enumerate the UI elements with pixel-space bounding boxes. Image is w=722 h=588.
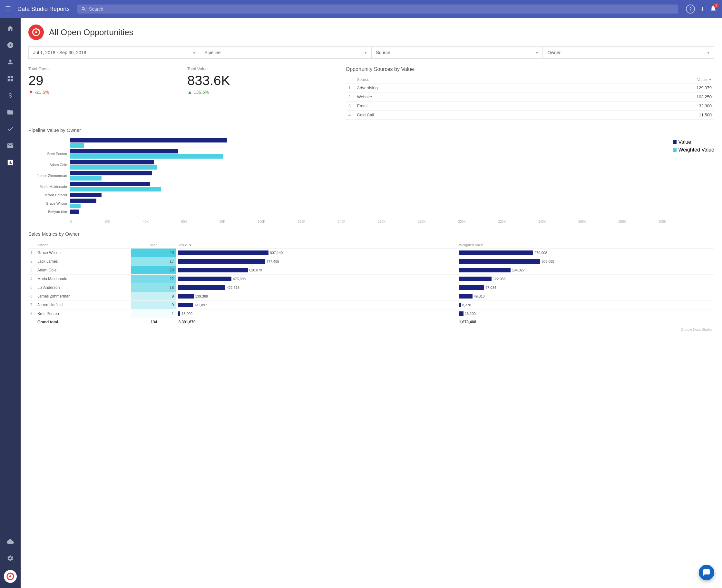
total-value-label: Total Value — [187, 66, 320, 71]
total-open-change: ▼ -21.6% — [28, 89, 161, 95]
up-arrow-icon: ▲ — [187, 89, 192, 95]
sidebar-item-home[interactable] — [3, 21, 18, 36]
value-bar — [178, 311, 180, 316]
stats-section: Total Open 29 ▼ -21.6% Total Value 833.6… — [28, 66, 336, 120]
sidebar-item-settings[interactable] — [3, 551, 18, 566]
page-icon — [28, 24, 44, 40]
sidebar-item-check[interactable] — [3, 121, 18, 137]
add-button[interactable]: + — [700, 4, 705, 14]
stat-total-open: Total Open 29 ▼ -21.6% — [28, 66, 169, 102]
sidebar-item-dollar[interactable] — [3, 88, 18, 103]
pipeline-bar-row — [28, 138, 666, 148]
search-bar — [77, 4, 678, 14]
pipeline-bar-row: Grace Wilson — [28, 198, 666, 208]
sidebar-item-reports[interactable] — [3, 155, 18, 170]
dark-bar — [70, 138, 227, 143]
value-bar — [178, 277, 231, 281]
sidebar-bottom — [3, 534, 18, 585]
menu-icon[interactable]: ☰ — [5, 5, 11, 13]
bar-label: James Zimmerman — [28, 174, 70, 177]
sidebar-logo — [4, 570, 17, 583]
top-section: Total Open 29 ▼ -21.6% Total Value 833.6… — [28, 66, 714, 120]
col-won: Won — [131, 242, 176, 249]
legend-value-label: Value — [679, 139, 692, 145]
filter-date[interactable]: Jul 1, 2018 - Sep 30, 2018 ▾ — [29, 47, 200, 58]
source-row: 3.Email32,000 — [346, 102, 714, 110]
filter-source[interactable]: Source ▾ — [371, 47, 543, 58]
filter-owner[interactable]: Owner ▾ — [543, 47, 714, 58]
sales-row: 6. James Zimmerman 9 139,388 49,810 — [28, 292, 714, 301]
sidebar-item-contact[interactable] — [3, 54, 18, 70]
bar-label: Jerrod Hatfield — [28, 193, 70, 197]
total-open-label: Total Open — [28, 66, 161, 71]
sales-row: 8. Brett Ponton 1 18,000 16,200 — [28, 310, 714, 318]
pipeline-bar-row: Jerrod Hatfield — [28, 193, 666, 197]
app-title: Data Studio Reports — [17, 6, 70, 13]
chevron-down-icon: ▾ — [707, 50, 709, 55]
sidebar-item-cloud[interactable] — [3, 534, 18, 549]
sales-metrics-section: Sales Metrics by Owner Owner Won Value ▼… — [28, 231, 714, 326]
weighted-bar — [459, 277, 491, 281]
content-area: All Open Opportunities Jul 1, 2018 - Sep… — [21, 18, 722, 588]
weighted-bar — [459, 251, 533, 255]
sidebar-item-target[interactable] — [3, 37, 18, 53]
sources-col-value: Value ▼ — [556, 76, 714, 84]
dark-bar — [70, 160, 154, 164]
notification-button[interactable]: 1 — [710, 5, 717, 14]
weighted-bar — [459, 285, 484, 290]
opportunity-sources: Opportunity Sources by Value Source Valu… — [346, 66, 714, 120]
stat-total-value: Total Value 833.6K ▲ 136.6% — [187, 66, 328, 102]
legend-weighted-label: Weighted Value — [679, 147, 714, 153]
bar-label: Maria Maldonado — [28, 185, 70, 189]
bar-label: Grace Wilson — [28, 202, 70, 205]
teal-bar — [70, 165, 157, 170]
col-owner: Owner — [36, 242, 131, 249]
sidebar-item-mail[interactable] — [3, 138, 18, 153]
search-input[interactable] — [89, 6, 674, 12]
sidebar-item-folder[interactable] — [3, 104, 18, 120]
bar-label: Bohyun Kim — [28, 210, 70, 214]
filter-pipeline[interactable]: Pipeline ▾ — [200, 47, 371, 58]
pipeline-bar-row: Brett Ponton — [28, 149, 666, 159]
x-axis: 020K40K60K80K100K120K140K160K180K200K220… — [28, 220, 666, 224]
sidebar-item-grid[interactable] — [3, 71, 18, 86]
dark-bar — [70, 171, 152, 175]
weighted-bar — [459, 311, 464, 316]
bar-label: Brett Ponton — [28, 152, 70, 156]
weighted-bar — [459, 294, 472, 298]
top-nav: ☰ Data Studio Reports ? + 1 — [0, 0, 722, 18]
chevron-down-icon: ▾ — [364, 50, 367, 55]
nav-icons: ? + 1 — [686, 4, 717, 14]
help-button[interactable]: ? — [686, 4, 695, 14]
sales-row: 2. Jack James 17 777,455 306,055 — [28, 257, 714, 266]
filters-bar: Jul 1, 2018 - Sep 30, 2018 ▾ Pipeline ▾ … — [28, 46, 714, 59]
chevron-down-icon: ▾ — [536, 50, 538, 55]
sort-icon[interactable]: ▼ — [708, 78, 712, 82]
source-row: 2.Website103,250 — [346, 92, 714, 102]
chevron-down-icon: ▾ — [193, 50, 195, 55]
value-sort-icon[interactable]: ▼ — [189, 244, 192, 247]
value-bar — [178, 259, 265, 264]
col-weighted: Weighted Value — [457, 242, 714, 249]
sales-row: 1. Grace Wilson 29 807,140 279,908 — [28, 249, 714, 257]
legend-weighted-color — [673, 148, 677, 152]
chart-legend: Value Weighted Value — [666, 138, 714, 153]
dark-bar — [70, 193, 102, 197]
page-title: All Open Opportunities — [49, 27, 133, 37]
bar-label: Adam Cole — [28, 163, 70, 167]
sales-metrics-table: Owner Won Value ▼ Weighted Value 1. Grac… — [28, 242, 714, 326]
page-header: All Open Opportunities — [28, 24, 714, 40]
total-open-value: 29 — [28, 74, 161, 87]
value-bar — [178, 294, 194, 298]
dark-bar — [70, 182, 150, 186]
dark-bar — [70, 149, 178, 153]
chat-button[interactable] — [699, 565, 714, 580]
value-bar — [178, 303, 193, 307]
teal-bar — [70, 143, 84, 148]
weighted-bar — [459, 268, 511, 272]
sidebar — [0, 18, 21, 588]
pipeline-bar-row: James Zimmerman — [28, 171, 666, 181]
sales-row: 4. Maria Maldonado 22 475,093 122,056 — [28, 275, 714, 284]
down-arrow-icon: ▼ — [28, 89, 34, 95]
sources-col-source: Source — [355, 76, 556, 84]
